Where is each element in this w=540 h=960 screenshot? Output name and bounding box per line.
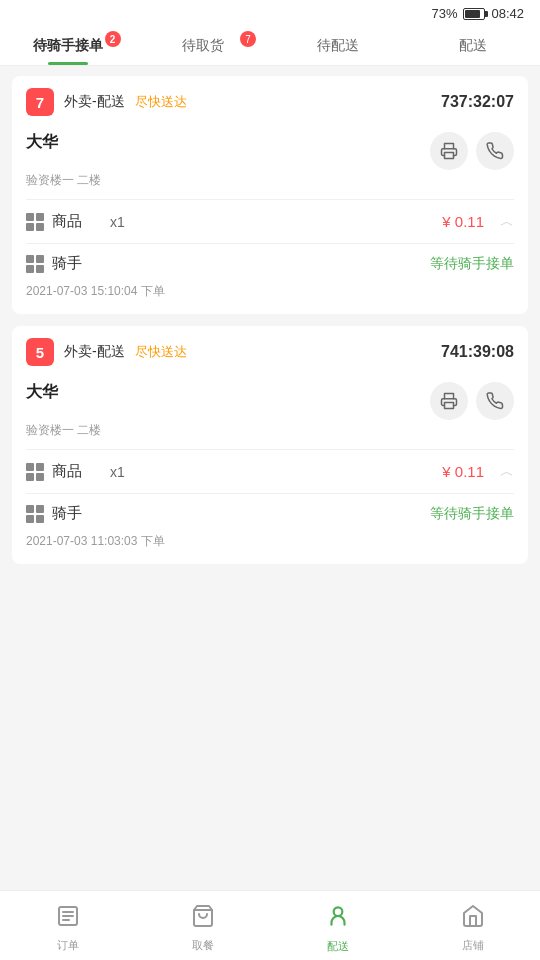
tab-waiting-label: 待骑手接单: [33, 37, 103, 53]
order-list: 7 外卖-配送 尽快送达 737:32:07 大华 验资楼一 二楼: [0, 66, 540, 586]
rider-label-2: 骑手: [52, 504, 82, 523]
goods-label-1: 商品: [52, 212, 82, 231]
tab-bar: 待骑手接单 2 待取货 7 待配送 配送: [0, 25, 540, 66]
tab-waiting[interactable]: 待骑手接单 2: [0, 25, 135, 65]
print-button-2[interactable]: [430, 382, 468, 420]
order-number-1: 7: [26, 88, 54, 116]
goods-row-2: 商品 x1 ¥ 0.11 ︿: [12, 450, 528, 493]
nav-pickup-label: 取餐: [192, 938, 214, 953]
rider-status-1: 等待骑手接单: [430, 255, 514, 273]
print-button-1[interactable]: [430, 132, 468, 170]
goods-price-2: ¥ 0.11: [442, 463, 484, 480]
print-icon-2: [440, 392, 458, 410]
customer-address-2: 验资楼一 二楼: [12, 422, 528, 449]
rider-icon-2: [26, 505, 44, 523]
print-icon-1: [440, 142, 458, 160]
order-card-1: 7 外卖-配送 尽快送达 737:32:07 大华 验资楼一 二楼: [12, 76, 528, 314]
goods-qty-1: x1: [110, 214, 125, 230]
chevron-up-icon-2: ︿: [500, 463, 514, 481]
tab-delivery[interactable]: 待配送: [270, 25, 405, 65]
battery-icon: [463, 8, 485, 20]
tab-pickup[interactable]: 待取货 7: [135, 25, 270, 65]
chevron-up-icon-1: ︿: [500, 213, 514, 231]
rider-row-1: 骑手 等待骑手接单: [12, 244, 528, 283]
customer-row-1: 大华: [12, 128, 528, 172]
timestamp-2: 2021-07-03 11:03:03 下单: [12, 533, 528, 564]
nav-pickup-icon: [191, 904, 215, 934]
order-number-2: 5: [26, 338, 54, 366]
nav-store-label: 店铺: [462, 938, 484, 953]
nav-store[interactable]: 店铺: [405, 891, 540, 960]
order-timer-2: 741:39:08: [441, 343, 514, 361]
customer-name-2: 大华: [26, 382, 422, 403]
rider-icon-1: [26, 255, 44, 273]
goods-icon-2: [26, 463, 44, 481]
order-header-1: 7 外卖-配送 尽快送达 737:32:07: [12, 76, 528, 128]
tab-waiting-badge: 2: [105, 31, 121, 47]
bottom-nav: 订单 取餐 配送 店铺: [0, 890, 540, 960]
rider-row-2: 骑手 等待骑手接单: [12, 494, 528, 533]
tab-delivering-label: 配送: [459, 37, 487, 53]
goods-label-2: 商品: [52, 462, 82, 481]
svg-rect-0: [445, 153, 454, 159]
goods-row-1: 商品 x1 ¥ 0.11 ︿: [12, 200, 528, 243]
goods-qty-2: x1: [110, 464, 125, 480]
clock: 08:42: [491, 6, 524, 21]
tab-pickup-label: 待取货: [182, 37, 224, 53]
customer-name-1: 大华: [26, 132, 422, 153]
status-bar: 73% 08:42: [0, 0, 540, 25]
goods-icon-1: [26, 213, 44, 231]
nav-pickup[interactable]: 取餐: [135, 891, 270, 960]
call-button-1[interactable]: [476, 132, 514, 170]
nav-delivery[interactable]: 配送: [270, 891, 405, 960]
order-card-2: 5 外卖-配送 尽快送达 741:39:08 大华 验资楼一 二楼: [12, 326, 528, 564]
customer-row-2: 大华: [12, 378, 528, 422]
nav-store-icon: [461, 904, 485, 934]
svg-rect-1: [445, 403, 454, 409]
order-header-2: 5 外卖-配送 尽快送达 741:39:08: [12, 326, 528, 378]
tab-pickup-badge: 7: [240, 31, 256, 47]
phone-icon-1: [486, 142, 504, 160]
order-type-1: 外卖-配送: [64, 93, 125, 111]
nav-delivery-icon: [325, 903, 351, 935]
battery-text: 73%: [431, 6, 457, 21]
customer-address-1: 验资楼一 二楼: [12, 172, 528, 199]
nav-orders-icon: [56, 904, 80, 934]
phone-icon-2: [486, 392, 504, 410]
nav-delivery-label: 配送: [327, 939, 349, 954]
nav-orders[interactable]: 订单: [0, 891, 135, 960]
order-type-2: 外卖-配送: [64, 343, 125, 361]
call-button-2[interactable]: [476, 382, 514, 420]
nav-orders-label: 订单: [57, 938, 79, 953]
order-tag-2: 尽快送达: [135, 343, 187, 361]
tab-delivering[interactable]: 配送: [405, 25, 540, 65]
order-timer-1: 737:32:07: [441, 93, 514, 111]
timestamp-1: 2021-07-03 15:10:04 下单: [12, 283, 528, 314]
svg-point-7: [333, 907, 342, 916]
order-tag-1: 尽快送达: [135, 93, 187, 111]
goods-price-1: ¥ 0.11: [442, 213, 484, 230]
rider-status-2: 等待骑手接单: [430, 505, 514, 523]
rider-label-1: 骑手: [52, 254, 82, 273]
tab-delivery-label: 待配送: [317, 37, 359, 53]
